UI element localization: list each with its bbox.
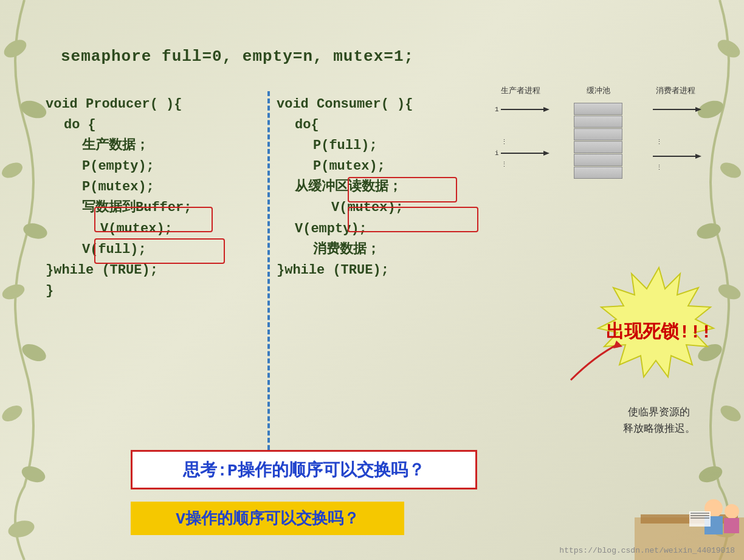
svg-rect-37 bbox=[691, 517, 709, 519]
buffer-diagram: 生产者进程 缓冲池 消费者进程 1 ⋮ i bbox=[495, 85, 701, 190]
semaphore-text: semaphore full=0, empty=n, mutex=1; bbox=[61, 47, 414, 66]
question2-text: V操作的顺序可以交换吗？ bbox=[176, 508, 359, 529]
svg-marker-27 bbox=[613, 340, 622, 348]
question-box-yellow: V操作的顺序可以交换吗？ bbox=[131, 502, 404, 535]
producer-produce: 生产数据； bbox=[46, 136, 270, 156]
producer-label: 生产者进程 bbox=[501, 85, 540, 96]
producer-pmutex: P(mutex); bbox=[46, 177, 270, 198]
svg-rect-35 bbox=[691, 513, 709, 514]
consumer-pfull: P(full); bbox=[277, 136, 520, 156]
question-box-red: 思考:P操作的顺序可以交换吗？ bbox=[131, 450, 477, 489]
arrow2-svg bbox=[501, 149, 549, 157]
consumer-consume: 消费数据； bbox=[277, 240, 520, 260]
consumer-do: do{ bbox=[277, 115, 520, 136]
consumer-label: 消费者进程 bbox=[656, 85, 695, 96]
consumer-pmutex: P(mutex); bbox=[277, 156, 520, 177]
svg-marker-25 bbox=[695, 154, 701, 159]
producer-column: void Producer( ){ do { 生产数据； P(empty); P… bbox=[46, 94, 270, 302]
deadlock-arrow-svg bbox=[559, 337, 632, 386]
svg-rect-36 bbox=[691, 515, 709, 516]
svg-marker-23 bbox=[695, 107, 701, 112]
column-divider bbox=[267, 91, 270, 450]
red-box-pfull bbox=[348, 177, 457, 202]
bottom-note: 使临界资源的释放略微推迟。 bbox=[598, 404, 720, 437]
red-box-pmutex-producer bbox=[94, 238, 225, 264]
producer-pempty: P(empty); bbox=[46, 156, 270, 177]
producer-header: void Producer( ){ bbox=[46, 94, 270, 115]
svg-marker-21 bbox=[543, 151, 549, 156]
svg-marker-19 bbox=[543, 107, 549, 112]
buffer-stack bbox=[574, 102, 622, 179]
arrow1-svg bbox=[501, 105, 549, 114]
producer-do: do { bbox=[46, 115, 270, 136]
arrow2-label: i bbox=[495, 150, 499, 157]
arrow1-label: 1 bbox=[495, 106, 499, 113]
red-box-pempty bbox=[94, 207, 213, 232]
buffer-label: 缓冲池 bbox=[587, 85, 610, 96]
red-box-pmutex-consumer bbox=[348, 207, 478, 232]
consumer-while: }while (TRUE); bbox=[277, 260, 520, 281]
arrow4-svg bbox=[653, 152, 701, 161]
main-content: semaphore full=0, empty=n, mutex=1; void… bbox=[0, 0, 744, 560]
svg-rect-33 bbox=[724, 518, 739, 533]
buffer-labels: 生产者进程 缓冲池 消费者进程 bbox=[495, 85, 701, 96]
svg-point-32 bbox=[725, 504, 739, 519]
producer-close: } bbox=[46, 281, 270, 302]
bottom-note-text: 使临界资源的释放略微推迟。 bbox=[623, 407, 695, 435]
question1-text: 思考:P操作的顺序可以交换吗？ bbox=[183, 458, 425, 482]
semaphore-declaration: semaphore full=0, empty=n, mutex=1; bbox=[61, 47, 414, 66]
watermark: https://blog.csdn.net/weixin_44019018 bbox=[559, 546, 735, 555]
consumer-header: void Consumer( ){ bbox=[277, 94, 520, 115]
arrow3-svg bbox=[653, 105, 701, 114]
